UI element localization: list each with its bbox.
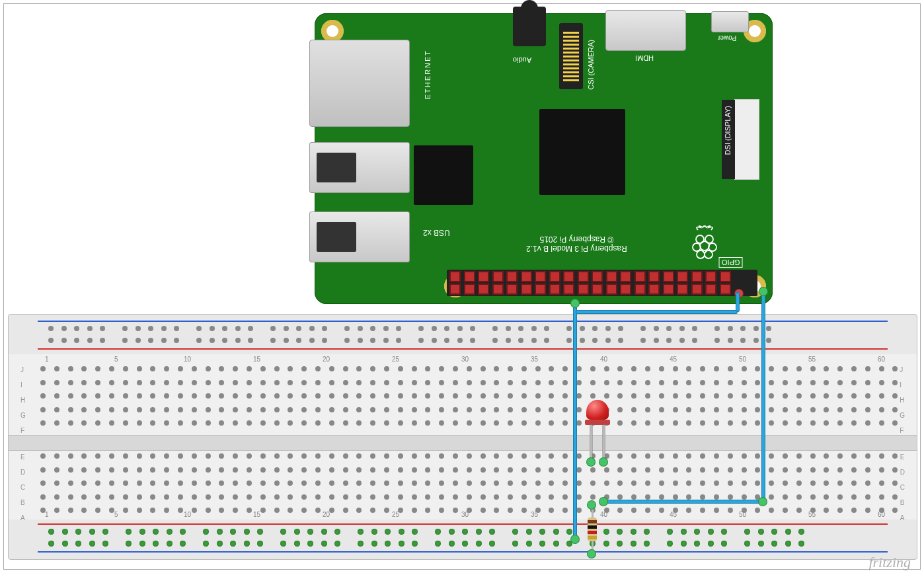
audio-label: Audio [513, 56, 531, 64]
board-model-text: Raspberry Pi 3 Model B v1.2 © Raspberry … [526, 235, 627, 253]
wire-jumper-horizontal [576, 310, 738, 314]
ethernet-port [309, 40, 410, 127]
resistor-body [588, 518, 597, 541]
wire-endpoint [571, 535, 579, 543]
led-base [585, 420, 610, 425]
gpio-header [447, 270, 757, 296]
tie-points-lower [40, 453, 898, 513]
svg-point-4 [709, 243, 716, 251]
band-gold [588, 536, 597, 539]
fritzing-diagram: ETHERNET USB x2 USB x2 Audio CSI (CAMERA… [0, 0, 924, 575]
wire-gpio-horizontal [603, 500, 765, 504]
rail-holes [48, 326, 789, 331]
band-brown [588, 520, 597, 523]
ethernet-label: ETHERNET [424, 50, 432, 99]
usb-label: USB x2 [423, 228, 450, 237]
power-rail-top [9, 317, 917, 353]
raspberry-pi-logo-icon [688, 225, 721, 261]
hdmi-port [605, 10, 686, 51]
rail-line-neg [38, 551, 888, 553]
soc-chip [539, 109, 625, 195]
resistor-endpoint [588, 501, 596, 509]
raspberry-pi-board: ETHERNET USB x2 USB x2 Audio CSI (CAMERA… [315, 13, 773, 304]
gpio-row-bottom [449, 284, 731, 295]
audio-jack [513, 7, 546, 46]
wire-jumper-short [736, 292, 740, 312]
breadboard: 151015202530354045505560 J I H G F J I H… [8, 314, 917, 560]
wire-endpoint [759, 498, 767, 506]
led-pin [587, 458, 595, 466]
csi-label: CSI (CAMERA) [587, 40, 595, 90]
hdmi-label: HDMI [635, 54, 654, 62]
rail-line-pos [38, 523, 888, 525]
wire-endpoint [759, 288, 767, 295]
fritzing-watermark: fritzing [868, 554, 911, 571]
wire-endpoint [599, 498, 607, 506]
svg-point-2 [693, 243, 701, 251]
gpio-label: GPIO [719, 257, 743, 268]
ram-chip [414, 145, 473, 205]
svg-point-3 [700, 241, 709, 250]
rail-holes [48, 541, 822, 547]
dsi-connector [734, 99, 759, 180]
svg-point-6 [705, 250, 712, 258]
svg-point-5 [697, 250, 705, 258]
rail-holes [48, 529, 822, 535]
rail-line-pos [38, 348, 888, 350]
band-red [588, 531, 597, 534]
led-cathode-leg [603, 425, 605, 461]
power-label: Power [718, 34, 736, 42]
power-rail-bottom [9, 521, 917, 557]
led-dome [586, 400, 609, 420]
wire-gnd-vertical [573, 303, 577, 539]
usb-port [309, 211, 410, 262]
tie-point-area: 151015202530354045505560 J I H G F J I H… [9, 354, 917, 519]
wire-endpoint [571, 299, 579, 307]
model-line2: © Raspberry Pi 2015 [540, 235, 614, 244]
band-black [588, 525, 597, 529]
column-numbers: 151015202530354045505560 [45, 356, 924, 363]
row-letters-left: E D C B A [20, 453, 25, 521]
micro-usb-power [711, 11, 749, 32]
led-anode-leg [590, 425, 592, 461]
usb-port [309, 142, 410, 193]
led-pin [599, 458, 607, 466]
csi-connector [559, 23, 583, 89]
row-letters-left: J I H G F [20, 366, 26, 434]
dsi-label: DSI (DISPLAY) [724, 106, 732, 155]
rail-holes [48, 338, 789, 343]
column-numbers: 151015202530354045505560 [45, 511, 924, 518]
led-red [586, 400, 610, 425]
mount-hole [321, 20, 344, 42]
resistor-endpoint [588, 550, 596, 558]
model-line1: Raspberry Pi 3 Model B v1.2 [526, 244, 627, 253]
row-letters-right: J I H G F [900, 366, 905, 434]
tie-points-upper [40, 366, 898, 426]
rail-line-neg [38, 321, 888, 322]
wire-gpio-vertical [761, 291, 765, 504]
gpio-row-top [449, 271, 731, 282]
center-gutter [9, 435, 917, 451]
